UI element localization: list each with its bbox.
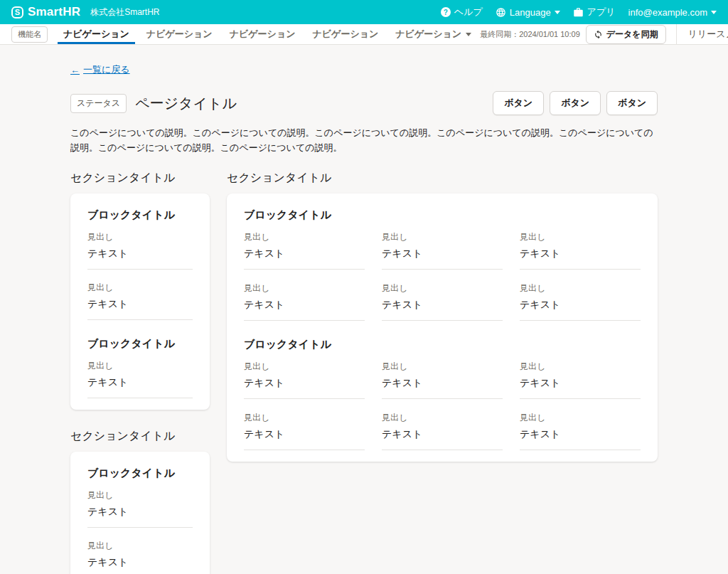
block-title: ブロックタイトル xyxy=(87,467,193,480)
section-title: セクションタイトル xyxy=(70,429,210,444)
navigation-right: 最終同期：2024/01/01 10:09 データを同期 リリースノート xyxy=(480,24,728,44)
field-pair: 見出しテキスト xyxy=(244,412,365,450)
language-dropdown[interactable]: Language xyxy=(496,7,560,18)
field-heading: 見出し xyxy=(520,282,641,294)
field-text: テキスト xyxy=(244,377,365,390)
field-heading: 見出し xyxy=(520,412,641,424)
block-title: ブロックタイトル xyxy=(244,338,641,351)
field-heading: 見出し xyxy=(382,282,503,294)
left-column: セクションタイトルブロックタイトル見出しテキスト見出しテキストブロックタイトル見… xyxy=(70,171,210,574)
company-name: 株式会社SmartHR xyxy=(90,6,159,18)
smarthr-logo[interactable]: S SmartHR xyxy=(11,5,80,19)
field-text: テキスト xyxy=(520,428,641,441)
block: ブロックタイトル見出しテキスト見出しテキスト見出しテキスト見出しテキスト見出しテ… xyxy=(244,208,641,321)
action-button-2[interactable]: ボタン xyxy=(550,91,601,115)
content-columns: セクションタイトルブロックタイトル見出しテキスト見出しテキストブロックタイトル見… xyxy=(70,171,658,574)
status-badge: ステータス xyxy=(70,94,127,113)
field-heading: 見出し xyxy=(87,282,193,294)
block: ブロックタイトル見出しテキスト見出しテキスト xyxy=(87,467,193,574)
language-label: Language xyxy=(510,7,551,18)
field-heading: 見出し xyxy=(382,412,503,424)
briefcase-icon xyxy=(573,7,584,18)
field-text: テキスト xyxy=(520,377,641,390)
field-heading: 見出し xyxy=(520,361,641,373)
section: セクションタイトルブロックタイトル見出しテキスト見出しテキスト見出しテキスト見出… xyxy=(227,171,658,462)
apps-label: アプリ xyxy=(587,6,616,18)
field-pair: 見出しテキスト xyxy=(382,231,503,270)
field-list: 見出しテキスト見出しテキスト見出しテキスト見出しテキスト見出しテキスト見出しテキ… xyxy=(244,231,641,321)
field-pair: 見出しテキスト xyxy=(244,231,365,270)
help-link[interactable]: ? ヘルプ xyxy=(441,6,483,18)
app-header: S SmartHR 株式会社SmartHR ? ヘルプ Language アプリ… xyxy=(0,0,728,24)
app-navigation-bar: 機能名 ナビゲーション ナビゲーション ナビゲーション ナビゲーション ナビゲー… xyxy=(0,24,728,45)
smarthr-logo-mark-icon: S xyxy=(11,6,23,18)
field-pair: 見出しテキスト xyxy=(87,540,193,574)
apps-link[interactable]: アプリ xyxy=(573,6,616,18)
account-dropdown[interactable]: info@example.com xyxy=(628,7,717,18)
field-pair: 見出しテキスト xyxy=(382,282,503,321)
field-heading: 見出し xyxy=(244,412,365,424)
action-button-3[interactable]: ボタン xyxy=(606,91,658,115)
nav-tab-label: ナビゲーション xyxy=(395,28,461,41)
nav-tab-5-dropdown[interactable]: ナビゲーション xyxy=(390,24,477,44)
field-heading: 見出し xyxy=(87,489,193,501)
back-link-label: 一覧に戻る xyxy=(83,63,130,76)
field-pair: 見出しテキスト xyxy=(244,282,365,321)
back-arrow-icon: ← xyxy=(70,65,80,75)
chevron-down-icon xyxy=(466,33,471,36)
nav-tab-label: ナビゲーション xyxy=(63,28,129,41)
field-pair: 見出しテキスト xyxy=(244,361,365,399)
field-text: テキスト xyxy=(87,248,193,260)
field-text: テキスト xyxy=(244,248,365,260)
account-email: info@example.com xyxy=(628,7,707,18)
field-text: テキスト xyxy=(244,428,365,441)
smarthr-logo-text: SmartHR xyxy=(28,5,80,19)
nav-tab-label: ナビゲーション xyxy=(312,28,378,41)
sync-data-button-label: データを同期 xyxy=(606,28,658,41)
section-title: セクションタイトル xyxy=(227,171,658,186)
chevron-down-icon xyxy=(711,11,717,14)
field-pair: 見出しテキスト xyxy=(87,360,193,398)
field-pair: 見出しテキスト xyxy=(520,361,641,399)
field-pair: 見出しテキスト xyxy=(382,412,503,450)
header-actions: ? ヘルプ Language アプリ info@example.com xyxy=(441,6,717,18)
page-header: ステータス ページタイトル ボタン ボタン ボタン xyxy=(70,91,658,115)
back-to-list-link[interactable]: ← 一覧に戻る xyxy=(70,63,130,76)
release-notes-dropdown[interactable]: リリースノート xyxy=(677,28,728,41)
action-button-1[interactable]: ボタン xyxy=(493,91,544,115)
nav-tab-4[interactable]: ナビゲーション xyxy=(306,24,384,44)
section-title: セクションタイトル xyxy=(70,171,210,186)
field-heading: 見出し xyxy=(382,361,503,373)
section: セクションタイトルブロックタイトル見出しテキスト見出しテキストブロックタイトル見… xyxy=(70,171,210,410)
field-heading: 見出し xyxy=(87,540,193,552)
field-heading: 見出し xyxy=(244,282,365,294)
nav-tab-2[interactable]: ナビゲーション xyxy=(141,24,218,44)
field-text: テキスト xyxy=(244,299,365,312)
field-text: テキスト xyxy=(520,248,641,260)
sync-icon xyxy=(594,30,603,39)
field-pair: 見出しテキスト xyxy=(520,282,641,321)
field-text: テキスト xyxy=(87,556,193,569)
field-pair: 見出しテキスト xyxy=(87,282,193,320)
field-pair: 見出しテキスト xyxy=(382,361,503,399)
sync-data-button[interactable]: データを同期 xyxy=(586,25,666,44)
field-text: テキスト xyxy=(520,299,641,312)
globe-icon xyxy=(496,7,506,18)
field-text: テキスト xyxy=(382,377,503,390)
page-title: ページタイトル xyxy=(135,94,237,113)
field-list: 見出しテキスト見出しテキスト見出しテキスト見出しテキスト見出しテキスト見出しテキ… xyxy=(244,361,641,450)
nav-tab-3[interactable]: ナビゲーション xyxy=(224,24,301,44)
field-text: テキスト xyxy=(382,428,503,441)
block-title: ブロックタイトル xyxy=(87,208,193,222)
field-pair: 見出しテキスト xyxy=(520,412,641,450)
field-heading: 見出し xyxy=(382,231,503,243)
help-icon: ? xyxy=(441,7,451,17)
card: ブロックタイトル見出しテキスト見出しテキストブロックタイトル見出しテキスト xyxy=(70,193,210,410)
chevron-down-icon xyxy=(555,11,560,14)
page-description: このページについての説明。このページについての説明。このページについての説明。こ… xyxy=(70,126,658,156)
block: ブロックタイトル見出しテキスト xyxy=(87,337,193,398)
field-list: 見出しテキスト見出しテキスト xyxy=(87,489,193,574)
block-title: ブロックタイトル xyxy=(244,208,641,222)
card: ブロックタイトル見出しテキスト見出しテキストブロックタイトル見出しテキスト xyxy=(70,452,210,574)
nav-tab-1[interactable]: ナビゲーション xyxy=(58,24,135,44)
